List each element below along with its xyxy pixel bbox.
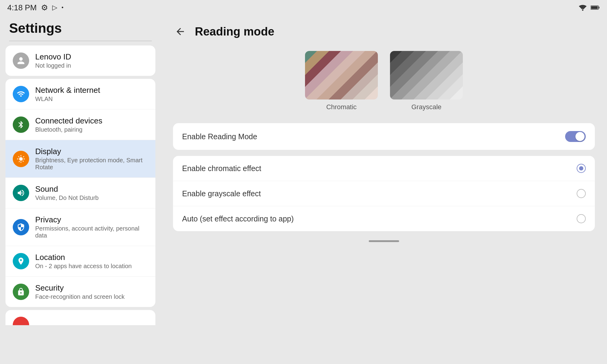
network-title: Network & internet <box>35 86 100 95</box>
display-title: Display <box>35 147 148 156</box>
sidebar-item-display[interactable]: Display Brightness, Eye protection mode,… <box>5 140 155 177</box>
chromatic-effect-radio[interactable] <box>577 164 586 173</box>
network-text: Network & internet WLAN <box>35 86 100 103</box>
grayscale-effect-radio[interactable] <box>577 189 586 198</box>
grayscale-preview-box <box>390 51 463 99</box>
person-icon <box>17 56 25 65</box>
sidebar-item-security[interactable]: Security Face-recognition and screen loc… <box>5 276 155 307</box>
status-left: 4:18 PM ⚙ ▷ • <box>7 3 63 12</box>
privacy-icon <box>17 223 25 231</box>
network-subtitle: WLAN <box>35 96 100 103</box>
privacy-title: Privacy <box>35 215 148 224</box>
enable-reading-mode-toggle[interactable] <box>565 131 586 142</box>
status-icons <box>578 4 600 11</box>
location-icon-bg <box>13 253 29 269</box>
privacy-icon-bg <box>13 219 29 235</box>
auto-effect-label: Auto (set effect according to app) <box>182 214 294 223</box>
sidebar-item-sound[interactable]: Sound Volume, Do Not Disturb <box>5 177 155 208</box>
lenovo-icon <box>13 52 29 69</box>
sound-text: Sound Volume, Do Not Disturb <box>35 184 99 201</box>
bottom-indicator <box>161 237 607 245</box>
security-icon-bg <box>13 284 29 300</box>
lenovo-card: Lenovo ID Not logged in <box>5 46 155 76</box>
sidebar-item-location[interactable]: Location On - 2 apps have access to loca… <box>5 246 155 276</box>
status-time: 4:18 PM <box>7 3 37 12</box>
gear-icon: ⚙ <box>41 3 48 12</box>
grayscale-preview[interactable]: Grayscale <box>390 51 463 111</box>
privacy-subtitle: Permissions, account activity, personal … <box>35 225 148 239</box>
right-panel: Reading mode Chromatic Grayscale <box>161 15 607 364</box>
grayscale-effect-label: Enable grayscale effect <box>182 189 261 198</box>
brightness-icon <box>17 155 25 163</box>
back-arrow-icon <box>175 26 186 37</box>
left-panel: Settings Lenovo ID Not logged in <box>0 15 161 364</box>
main-settings-card: Network & internet WLAN Connected device… <box>5 79 155 307</box>
partial-icon-bg <box>13 317 29 325</box>
svg-point-0 <box>582 9 584 11</box>
effect-options-card: Enable chromatic effect Enable grayscale… <box>173 156 595 231</box>
grayscale-label: Grayscale <box>411 103 441 111</box>
right-header: Reading mode <box>161 15 607 45</box>
connected-icon-bg <box>13 116 29 133</box>
grayscale-effect-row[interactable]: Enable grayscale effect <box>173 181 595 206</box>
network-icon-bg <box>13 86 29 102</box>
sound-icon-bg <box>13 185 29 201</box>
chromatic-preview-box <box>305 51 378 99</box>
grayscale-stripes <box>390 51 463 99</box>
bottom-pill <box>369 240 399 242</box>
bluetooth-icon <box>17 120 25 129</box>
wifi-settings-icon <box>17 90 25 98</box>
battery-icon <box>591 5 600 10</box>
chromatic-effect-label: Enable chromatic effect <box>182 164 261 173</box>
sound-title: Sound <box>35 184 99 194</box>
connected-title: Connected devices <box>35 116 102 126</box>
svg-rect-3 <box>591 6 598 9</box>
auto-effect-radio[interactable] <box>577 214 586 223</box>
main-content: Settings Lenovo ID Not logged in <box>0 15 607 364</box>
security-text: Security Face-recognition and screen loc… <box>35 283 125 300</box>
privacy-text: Privacy Permissions, account activity, p… <box>35 215 148 239</box>
security-title: Security <box>35 283 125 293</box>
chromatic-label: Chromatic <box>326 103 357 111</box>
chromatic-stripes <box>305 51 378 99</box>
color-previews: Chromatic Grayscale <box>173 48 595 117</box>
lenovo-text: Lenovo ID Not logged in <box>35 52 71 69</box>
sidebar-item-network[interactable]: Network & internet WLAN <box>5 79 155 109</box>
dot-icon: • <box>62 5 63 11</box>
reading-mode-title: Reading mode <box>195 25 274 38</box>
chromatic-effect-row[interactable]: Enable chromatic effect <box>173 156 595 181</box>
partial-card <box>5 310 155 325</box>
security-subtitle: Face-recognition and screen lock <box>35 293 125 300</box>
lenovo-item[interactable]: Lenovo ID Not logged in <box>5 46 155 76</box>
partial-item <box>5 310 155 325</box>
settings-divider <box>9 41 152 41</box>
play-icon: ▷ <box>52 4 57 12</box>
settings-title: Settings <box>5 18 155 38</box>
display-text: Display Brightness, Eye protection mode,… <box>35 147 148 171</box>
right-body: Chromatic Grayscale Enable Reading Mode <box>161 45 607 237</box>
auto-effect-row[interactable]: Auto (set effect according to app) <box>173 206 595 231</box>
reading-mode-card: Enable Reading Mode <box>173 123 595 150</box>
connected-text: Connected devices Bluetooth, pairing <box>35 116 102 133</box>
lenovo-subtitle: Not logged in <box>35 62 71 69</box>
volume-icon <box>17 189 25 197</box>
security-icon <box>17 288 25 296</box>
chromatic-preview[interactable]: Chromatic <box>305 51 378 111</box>
location-subtitle: On - 2 apps have access to location <box>35 263 132 270</box>
svg-rect-2 <box>599 7 599 8</box>
connected-subtitle: Bluetooth, pairing <box>35 126 102 133</box>
display-icon-bg <box>13 151 29 167</box>
sidebar-item-privacy[interactable]: Privacy Permissions, account activity, p… <box>5 208 155 246</box>
wifi-icon <box>578 4 587 11</box>
enable-reading-mode-row: Enable Reading Mode <box>173 123 595 150</box>
sidebar-item-connected[interactable]: Connected devices Bluetooth, pairing <box>5 109 155 140</box>
sound-subtitle: Volume, Do Not Disturb <box>35 194 99 201</box>
status-bar: 4:18 PM ⚙ ▷ • <box>0 0 607 15</box>
display-subtitle: Brightness, Eye protection mode, Smart R… <box>35 157 148 171</box>
lenovo-title: Lenovo ID <box>35 52 71 62</box>
location-text: Location On - 2 apps have access to loca… <box>35 253 132 270</box>
location-title: Location <box>35 253 132 262</box>
back-button[interactable] <box>173 24 188 39</box>
location-icon <box>17 257 25 265</box>
enable-reading-mode-label: Enable Reading Mode <box>182 132 257 141</box>
